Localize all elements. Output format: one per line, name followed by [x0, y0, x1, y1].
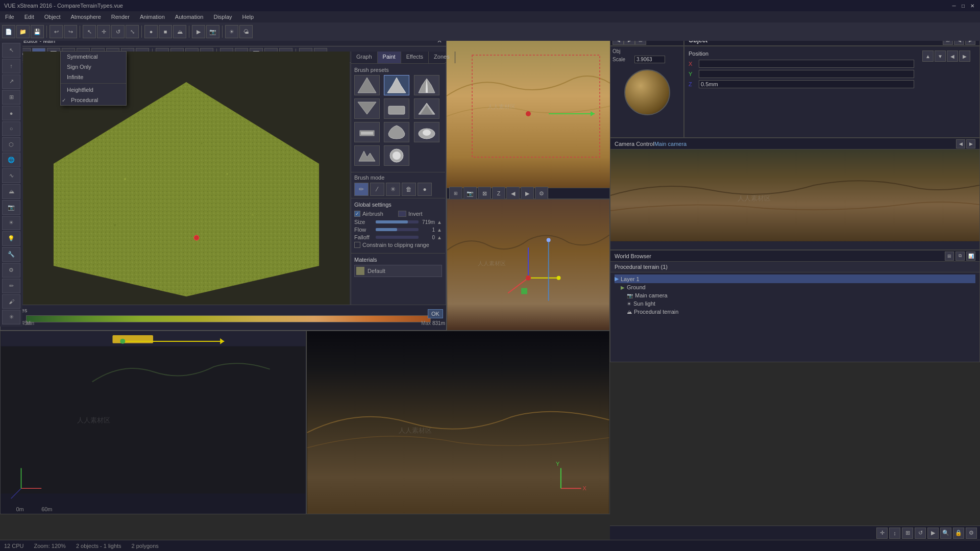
mode-brush[interactable]: ∕: [370, 183, 384, 196]
tree-layer1[interactable]: ▶ Layer 1: [615, 274, 975, 283]
tree-main-camera[interactable]: 📷 Main camera: [627, 291, 975, 299]
brush-preset-11[interactable]: [384, 145, 409, 166]
vp-btn-3[interactable]: ⊠: [478, 187, 491, 200]
material-item-default[interactable]: Default: [354, 265, 442, 277]
tool-btn-11[interactable]: 📷: [2, 200, 20, 215]
flow-up[interactable]: ▲: [437, 227, 442, 233]
atmosphere-btn[interactable]: 🌤: [239, 25, 253, 38]
brush-preset-1[interactable]: [354, 75, 380, 95]
tool-btn-8[interactable]: 🌐: [2, 153, 20, 167]
undo-btn[interactable]: ↩: [50, 25, 63, 38]
z-input[interactable]: [699, 80, 914, 88]
tab-effects[interactable]: Effects: [401, 52, 429, 63]
bt-btn6[interactable]: 🔍: [940, 528, 951, 539]
camera-preview[interactable]: 人人素材区: [610, 149, 979, 241]
close-button[interactable]: ✕: [969, 2, 976, 9]
tool-btn-18[interactable]: ✳: [2, 310, 20, 324]
new-btn[interactable]: 📄: [2, 25, 15, 38]
tree-procedural-terrain[interactable]: ⛰ Procedural terrain: [627, 308, 975, 316]
menu-edit[interactable]: Edit: [22, 13, 36, 21]
tool-btn-1[interactable]: ↖: [2, 43, 20, 58]
main-3d-bottom[interactable]: 人人素材区: [447, 199, 610, 331]
brush-preset-5[interactable]: [384, 98, 409, 119]
tool-btn-16[interactable]: ✏: [2, 279, 20, 293]
falloff-slider[interactable]: [376, 236, 419, 239]
tab-zones[interactable]: Zones: [429, 52, 455, 63]
wb-btn2[interactable]: ⧉: [955, 252, 965, 261]
ctx-sign-only[interactable]: Sign Only: [61, 62, 126, 72]
ctx-symmetrical[interactable]: Symmetrical: [61, 52, 126, 62]
bt-btn5[interactable]: ▶: [927, 528, 939, 539]
tab-graph[interactable]: Graph: [351, 52, 378, 63]
size-up[interactable]: ▲: [437, 219, 442, 225]
menu-atmosphere[interactable]: Atmosphere: [69, 13, 103, 21]
save-btn[interactable]: 💾: [31, 25, 44, 38]
cube-btn[interactable]: ■: [159, 25, 172, 38]
open-btn[interactable]: 📁: [16, 25, 30, 38]
ctx-heightfield[interactable]: Heightfield: [61, 85, 126, 95]
cc-btn1[interactable]: ◀: [956, 139, 965, 148]
tool-btn-4[interactable]: ⊞: [2, 90, 20, 105]
viewport-3d-main[interactable]: 人人素材区: [447, 35, 610, 188]
wb-btn1[interactable]: ⊞: [945, 252, 954, 261]
vp-btn-6[interactable]: ▶: [521, 187, 534, 200]
minimize-button[interactable]: ─: [950, 2, 958, 9]
brush-preset-8[interactable]: [384, 122, 409, 142]
arrow-up[interactable]: ▲: [922, 51, 934, 62]
bt-btn1[interactable]: ✛: [876, 528, 888, 539]
tab-paint[interactable]: Paint: [378, 52, 401, 63]
tree-sun-light[interactable]: ☀ Sun light: [627, 299, 975, 308]
tool-btn-10[interactable]: ⛰: [2, 184, 20, 199]
terrain-btn[interactable]: ⛰: [173, 25, 186, 38]
tool-btn-3[interactable]: ↗: [2, 74, 20, 89]
falloff-up[interactable]: ▲: [437, 235, 442, 240]
light-btn[interactable]: ☀: [225, 25, 238, 38]
brush-preset-4[interactable]: [354, 98, 380, 119]
vp-btn-7[interactable]: ⚙: [535, 187, 548, 200]
brush-preset-2[interactable]: [384, 75, 409, 95]
vp-btn-5[interactable]: ◀: [506, 187, 520, 200]
arrow-left[interactable]: ◀: [947, 51, 958, 62]
menu-animation[interactable]: Animation: [138, 13, 167, 21]
vp-btn-2[interactable]: 📷: [463, 187, 477, 200]
bt-btn3[interactable]: ⊞: [902, 528, 913, 539]
menu-file[interactable]: File: [3, 13, 16, 21]
tool-btn-13[interactable]: 💡: [2, 231, 20, 246]
constrain-checkbox[interactable]: [354, 242, 360, 248]
sphere-btn[interactable]: ●: [144, 25, 158, 38]
x-input[interactable]: [699, 60, 914, 68]
brush-preset-10[interactable]: [354, 145, 380, 166]
camera-btn[interactable]: 📷: [206, 25, 219, 38]
mode-snowflake[interactable]: ✳: [386, 183, 400, 196]
tool-btn-9[interactable]: ∿: [2, 168, 20, 183]
y-input[interactable]: [699, 70, 914, 78]
brush-preset-6[interactable]: [414, 98, 439, 119]
bt-btn4[interactable]: ↺: [915, 528, 926, 539]
brush-preset-3[interactable]: [414, 75, 439, 95]
brush-preset-7[interactable]: [354, 122, 380, 142]
tool-btn-6[interactable]: ○: [2, 121, 20, 136]
menu-object[interactable]: Object: [42, 13, 63, 21]
mode-trash[interactable]: 🗑: [402, 183, 416, 196]
bottom-viewport[interactable]: 0m 60m 人人素材区: [0, 331, 306, 514]
select-btn[interactable]: ↖: [83, 25, 96, 38]
scale-btn[interactable]: ⤡: [126, 25, 139, 38]
cc-btn2[interactable]: ▶: [966, 139, 975, 148]
tool-btn-5[interactable]: ●: [2, 106, 20, 120]
tool-btn-17[interactable]: 🖌: [2, 294, 20, 309]
scale-input[interactable]: [634, 56, 665, 63]
ctx-procedural[interactable]: Procedural: [61, 95, 126, 105]
mode-circle[interactable]: ●: [418, 183, 432, 196]
airbrush-checkbox[interactable]: ✓: [354, 211, 360, 217]
tree-ground[interactable]: ▶ Ground: [621, 283, 975, 291]
redo-btn[interactable]: ↪: [64, 25, 77, 38]
menu-display[interactable]: Display: [211, 13, 234, 21]
arrow-right[interactable]: ▶: [959, 51, 970, 62]
ok-button[interactable]: OK: [428, 309, 443, 318]
invert-checkbox[interactable]: [398, 211, 406, 217]
menu-render[interactable]: Render: [109, 13, 132, 21]
vp-btn-4[interactable]: Z: [492, 187, 505, 200]
mode-paint[interactable]: ✏: [354, 183, 369, 196]
bt-btn8[interactable]: ⚙: [966, 528, 977, 539]
tool-btn-15[interactable]: ⚙: [2, 263, 20, 278]
